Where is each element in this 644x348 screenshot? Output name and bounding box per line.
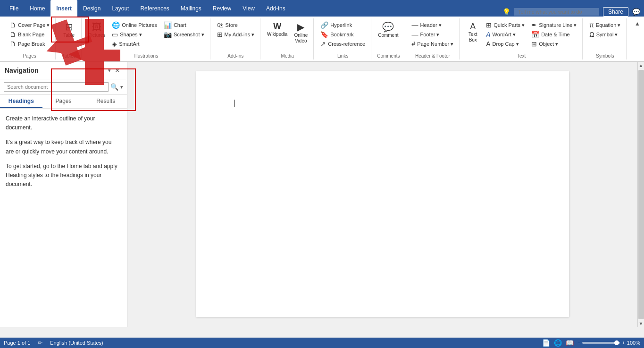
nav-tabs: Headings Pages Results bbox=[0, 95, 127, 109]
signature-line-button[interactable]: ✒ Signature Line ▾ bbox=[528, 20, 579, 30]
ribbon-group-addins: 🛍 Store ⊞ My Add-ins ▾ Add-ins bbox=[211, 18, 260, 59]
wikipedia-button[interactable]: W Wikipedia bbox=[264, 20, 290, 39]
shapes-icon: ▭ bbox=[112, 31, 118, 38]
share-button[interactable]: Share bbox=[603, 7, 628, 17]
bookmark-icon: 🔖 bbox=[320, 31, 328, 38]
ribbon-group-header-footer: — Header ▾ — Footer ▾ # Page Number ▾ He… bbox=[406, 18, 460, 59]
status-bar-right: 📄 🌐 📖 − + 100% bbox=[542, 339, 640, 347]
nav-tab-pages[interactable]: Pages bbox=[42, 95, 85, 108]
tell-me-input[interactable] bbox=[514, 8, 599, 16]
shapes-button[interactable]: ▭ Shapes ▾ bbox=[109, 30, 160, 39]
navigation-panel: Navigation ▾ ✕ 🔍 ▾ Headings Pages Result… bbox=[0, 62, 127, 327]
symbol-icon: Ω bbox=[589, 31, 594, 38]
table-button[interactable]: ⊞ Table bbox=[59, 20, 78, 40]
text-box-button[interactable]: A TextBox bbox=[463, 20, 482, 45]
search-button[interactable]: 🔍 bbox=[110, 83, 118, 91]
zoom-out-button[interactable]: − bbox=[577, 340, 580, 346]
drop-cap-button[interactable]: A Drop Cap ▾ bbox=[483, 39, 527, 49]
tab-references[interactable]: References bbox=[134, 0, 175, 17]
zoom-thumb bbox=[614, 340, 619, 345]
document-page[interactable] bbox=[196, 71, 569, 317]
date-time-icon: 📅 bbox=[531, 31, 539, 38]
header-footer-group-label: Header & Footer bbox=[409, 52, 457, 59]
online-pictures-icon: 🌐 bbox=[112, 21, 120, 29]
chart-button[interactable]: 📊 Chart bbox=[161, 20, 207, 30]
online-video-button[interactable]: ▶ OnlineVideo bbox=[291, 20, 310, 46]
footer-button[interactable]: — Footer ▾ bbox=[409, 30, 457, 39]
date-time-button[interactable]: 📅 Date & Time bbox=[528, 30, 579, 39]
lightbulb-icon[interactable]: 💡 bbox=[502, 8, 510, 16]
comment-icon: 💬 bbox=[382, 22, 394, 32]
nav-options-button[interactable]: ▾ bbox=[108, 68, 111, 74]
scroll-thumb[interactable] bbox=[638, 70, 644, 319]
pages-group-label: Pages bbox=[7, 52, 52, 59]
view-mode-web[interactable]: 🌐 bbox=[554, 339, 562, 347]
tab-file[interactable]: File bbox=[4, 0, 24, 17]
wordart-button[interactable]: A WordArt ▾ bbox=[483, 30, 527, 39]
nav-close-button[interactable]: ✕ bbox=[113, 66, 122, 75]
store-button[interactable]: 🛍 Store bbox=[214, 20, 257, 30]
smartart-button[interactable]: ◈ SmartArt bbox=[109, 39, 160, 49]
ribbon-collapse-button[interactable]: ▲ bbox=[635, 20, 640, 27]
tab-insert[interactable]: Insert bbox=[50, 0, 77, 17]
page-number-button[interactable]: # Page Number ▾ bbox=[409, 39, 457, 49]
nav-tab-results[interactable]: Results bbox=[84, 95, 127, 108]
online-pictures-button[interactable]: 🌐 Online Pictures bbox=[109, 20, 160, 30]
document-area[interactable] bbox=[127, 62, 637, 327]
page-break-button[interactable]: 🗋 Page Break bbox=[7, 39, 52, 49]
header-icon: — bbox=[412, 21, 418, 29]
status-bar: Page 1 of 1 ✏ English (United States) 📄 … bbox=[0, 338, 644, 348]
nav-controls: ▾ ✕ bbox=[108, 66, 122, 75]
text-cursor bbox=[234, 100, 234, 107]
quick-parts-icon: ⊞ bbox=[486, 21, 492, 29]
search-input[interactable] bbox=[4, 82, 109, 92]
tab-design[interactable]: Design bbox=[77, 0, 106, 17]
edit-icon: ✏ bbox=[38, 340, 42, 346]
comments-icon[interactable]: 💬 bbox=[632, 8, 640, 16]
footer-icon: — bbox=[412, 31, 418, 38]
tables-group-label: Tables bbox=[59, 52, 78, 59]
zoom-in-button[interactable]: + bbox=[622, 340, 625, 346]
signature-line-icon: ✒ bbox=[531, 21, 537, 29]
scrollbar[interactable]: ▲ ▼ bbox=[637, 62, 644, 327]
blank-page-button[interactable]: 🗋 Blank Page bbox=[7, 30, 52, 39]
quick-parts-button[interactable]: ⊞ Quick Parts ▾ bbox=[483, 20, 527, 30]
my-addins-button[interactable]: ⊞ My Add-ins ▾ bbox=[214, 30, 257, 39]
links-group-label: Links bbox=[318, 52, 368, 59]
ribbon-group-tables: ⊞ Table Tables bbox=[57, 18, 82, 59]
nav-search-bar: 🔍 ▾ bbox=[0, 79, 127, 95]
cover-page-button[interactable]: 🗋 Cover Page ▾ bbox=[7, 20, 52, 30]
object-button[interactable]: ⊞ Object ▾ bbox=[528, 39, 579, 49]
view-mode-read[interactable]: 📖 bbox=[566, 339, 574, 347]
cross-reference-button[interactable]: ↗ Cross-reference bbox=[318, 39, 368, 49]
tab-view[interactable]: View bbox=[237, 0, 260, 17]
tab-home[interactable]: Home bbox=[24, 0, 50, 17]
nav-tab-headings[interactable]: Headings bbox=[0, 95, 42, 108]
header-button[interactable]: — Header ▾ bbox=[409, 20, 457, 30]
object-icon: ⊞ bbox=[531, 40, 537, 48]
nav-title: Navigation bbox=[5, 67, 39, 74]
page-info: Page 1 of 1 bbox=[4, 340, 30, 346]
equation-button[interactable]: π Equation ▾ bbox=[586, 20, 623, 30]
hyperlink-button[interactable]: 🔗 Hyperlink bbox=[318, 20, 368, 30]
language: English (United States) bbox=[50, 340, 103, 346]
view-mode-print[interactable]: 📄 bbox=[542, 339, 550, 347]
text-group-label: Text bbox=[463, 52, 579, 59]
ribbon-group-illustrations: 🖼 Pictures 🌐 Online Pictures ▭ Shapes ▾ … bbox=[83, 18, 210, 59]
chart-icon: 📊 bbox=[164, 21, 172, 29]
tab-layout[interactable]: Layout bbox=[106, 0, 134, 17]
symbol-button[interactable]: Ω Symbol ▾ bbox=[586, 30, 623, 39]
bookmark-button[interactable]: 🔖 Bookmark bbox=[318, 30, 368, 39]
screenshot-button[interactable]: 📷 Screenshot ▾ bbox=[161, 30, 207, 39]
zoom-slider[interactable] bbox=[582, 342, 620, 344]
search-dropdown-button[interactable]: ▾ bbox=[120, 84, 123, 90]
scroll-up-button[interactable]: ▲ bbox=[638, 62, 644, 69]
hyperlink-icon: 🔗 bbox=[320, 21, 328, 29]
tab-review[interactable]: Review bbox=[207, 0, 237, 17]
tab-addins[interactable]: Add-ins bbox=[260, 0, 291, 17]
scroll-down-button[interactable]: ▼ bbox=[638, 320, 644, 327]
zoom-level: 100% bbox=[627, 340, 640, 346]
pictures-button[interactable]: 🖼 Pictures bbox=[85, 20, 108, 40]
tab-mailings[interactable]: Mailings bbox=[175, 0, 207, 17]
comment-button[interactable]: 💬 Comment bbox=[375, 20, 401, 40]
